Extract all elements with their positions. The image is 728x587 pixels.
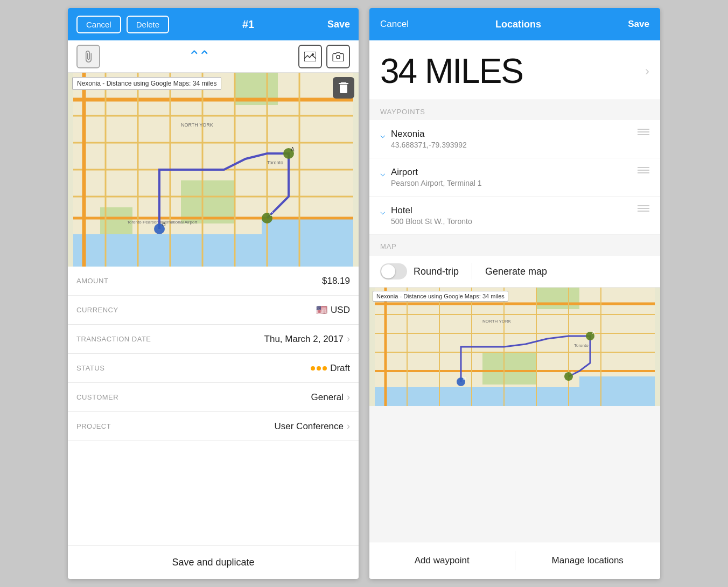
transaction-date-value: Thu, March 2, 2017 › [264, 333, 350, 345]
save-button[interactable]: Save [327, 19, 350, 30]
handle-line [638, 172, 649, 173]
handle-line [638, 131, 649, 132]
customer-field[interactable]: CUSTOMER General › [68, 383, 359, 412]
currency-value: 🇺🇸 USD [316, 304, 350, 316]
locations-title: Locations [495, 19, 541, 30]
waypoint-nexonia-sub: 43.688371,-79.393992 [391, 141, 467, 149]
status-value: Draft [311, 363, 350, 374]
waypoint-hotel-sub: 500 Bloot St W., Toronto [391, 217, 472, 226]
toolbar: ⌃ ⌃ [68, 40, 359, 73]
project-field[interactable]: PROJECT User Conference › [68, 412, 359, 441]
header-left-buttons: Cancel Delete [76, 16, 169, 33]
waypoint-chevron-icon: ⌵ [380, 130, 386, 140]
handle-line [638, 208, 649, 209]
svg-rect-36 [579, 376, 655, 387]
cancel-button[interactable]: Cancel [76, 16, 121, 33]
amount-label: AMOUNT [76, 277, 108, 285]
svg-point-1 [312, 53, 314, 55]
amount-field: AMOUNT $18.19 [68, 267, 359, 296]
drag-handle-hotel[interactable] [638, 205, 649, 212]
miles-value: 34 MILES [380, 51, 523, 91]
right-header: Cancel Locations Save [369, 8, 660, 40]
left-header: Cancel Delete #1 Save [68, 8, 359, 40]
waypoint-chevron-icon: ⌵ [380, 206, 386, 216]
waypoint-airport[interactable]: ⌵ Airport Pearson Airport, Terminal 1 [369, 158, 660, 197]
locations-save-button[interactable]: Save [628, 19, 649, 30]
save-duplicate-button[interactable]: Save and duplicate [68, 546, 359, 579]
attachment-icon[interactable] [76, 45, 100, 68]
map-preview[interactable]: Nexonia - Distance using Google Maps: 34… [369, 288, 660, 406]
handle-line [638, 129, 649, 130]
svg-text:Toronto: Toronto [574, 343, 589, 348]
left-screen: Cancel Delete #1 Save ⌃ ⌃ [68, 8, 359, 579]
map-label: Nexonia - Distance using Google Maps: 34… [72, 77, 221, 90]
svg-text:Toronto Pearson International : Toronto Pearson International Airport [127, 220, 198, 225]
svg-rect-33 [536, 288, 579, 309]
status-field: STATUS Draft [68, 354, 359, 383]
transaction-date-field[interactable]: TRANSACTION DATE Thu, March 2, 2017 › [68, 325, 359, 354]
miles-chevron-icon: › [645, 64, 649, 79]
collapse-icon[interactable]: ⌃ ⌃ [188, 49, 211, 64]
svg-rect-35 [375, 387, 655, 406]
svg-text:NORTH YORK: NORTH YORK [181, 122, 213, 128]
svg-text:B: B [463, 376, 466, 381]
chevron-right-icon: › [347, 392, 350, 403]
project-label: PROJECT [76, 422, 111, 430]
svg-rect-34 [482, 352, 536, 385]
waypoint-hotel-info: Hotel 500 Bloot St W., Toronto [391, 205, 472, 226]
drag-handle-airport[interactable] [638, 167, 649, 173]
vertical-divider [472, 263, 472, 279]
handle-line [638, 134, 649, 135]
project-value: User Conference › [274, 421, 350, 432]
bottom-actions: Add waypoint Manage locations [369, 542, 660, 579]
transaction-date-label: TRANSACTION DATE [76, 335, 151, 343]
expense-number: #1 [242, 18, 254, 31]
generate-map-button[interactable]: Generate map [485, 266, 547, 277]
handle-line [638, 211, 649, 212]
waypoint-nexonia[interactable]: ⌵ Nexonia 43.688371,-79.393992 [369, 120, 660, 158]
delete-map-button[interactable] [333, 77, 354, 99]
currency-label: CURRENCY [76, 306, 118, 314]
status-dots [311, 366, 327, 371]
toolbar-right [298, 45, 350, 68]
expense-map[interactable]: Nexonia - Distance using Google Maps: 34… [68, 73, 359, 267]
fields-list: AMOUNT $18.19 CURRENCY 🇺🇸 USD TRANSACTIO… [68, 267, 359, 441]
customer-label: CUSTOMER [76, 393, 118, 401]
svg-text:Toronto: Toronto [267, 160, 283, 165]
camera-icon[interactable] [326, 45, 350, 68]
svg-text:A: A [291, 146, 295, 152]
add-waypoint-button[interactable]: Add waypoint [369, 551, 515, 570]
status-label: STATUS [76, 364, 104, 372]
chevron-right-icon: › [347, 333, 350, 345]
flag-icon: 🇺🇸 [316, 304, 327, 316]
dot-1 [311, 366, 315, 371]
miles-display: 34 MILES › [369, 40, 660, 100]
image-icon[interactable] [298, 45, 322, 68]
waypoint-airport-name: Airport [391, 167, 482, 178]
svg-rect-7 [73, 234, 353, 267]
drag-handle-nexonia[interactable] [638, 129, 649, 135]
right-screen: Cancel Locations Save 34 MILES › WAYPOIN… [369, 8, 660, 579]
handle-line [638, 167, 649, 168]
waypoint-hotel[interactable]: ⌵ Hotel 500 Bloot St W., Toronto [369, 197, 660, 235]
amount-value: $18.19 [322, 276, 350, 286]
toggle-knob [381, 264, 395, 278]
waypoint-nexonia-name: Nexonia [391, 129, 467, 139]
manage-locations-button[interactable]: Manage locations [515, 551, 661, 570]
map-preview-label: Nexonia - Distance using Google Maps: 34… [373, 291, 508, 302]
handle-line [638, 170, 649, 171]
waypoint-hotel-left: ⌵ Hotel 500 Bloot St W., Toronto [380, 205, 472, 226]
svg-text:C: C [269, 211, 273, 217]
locations-cancel-button[interactable]: Cancel [380, 19, 409, 30]
map-controls: Round-trip Generate map [369, 256, 660, 288]
dot-2 [317, 366, 321, 371]
waypoint-chevron-icon: ⌵ [380, 168, 386, 178]
waypoint-airport-sub: Pearson Airport, Terminal 1 [391, 179, 482, 187]
delete-button[interactable]: Delete [127, 16, 169, 33]
waypoint-airport-info: Airport Pearson Airport, Terminal 1 [391, 167, 482, 187]
waypoint-nexonia-left: ⌵ Nexonia 43.688371,-79.393992 [380, 129, 467, 149]
round-trip-toggle[interactable] [380, 263, 407, 279]
waypoint-hotel-name: Hotel [391, 205, 472, 216]
map-section-header: MAP [369, 235, 660, 256]
svg-point-2 [337, 55, 340, 58]
